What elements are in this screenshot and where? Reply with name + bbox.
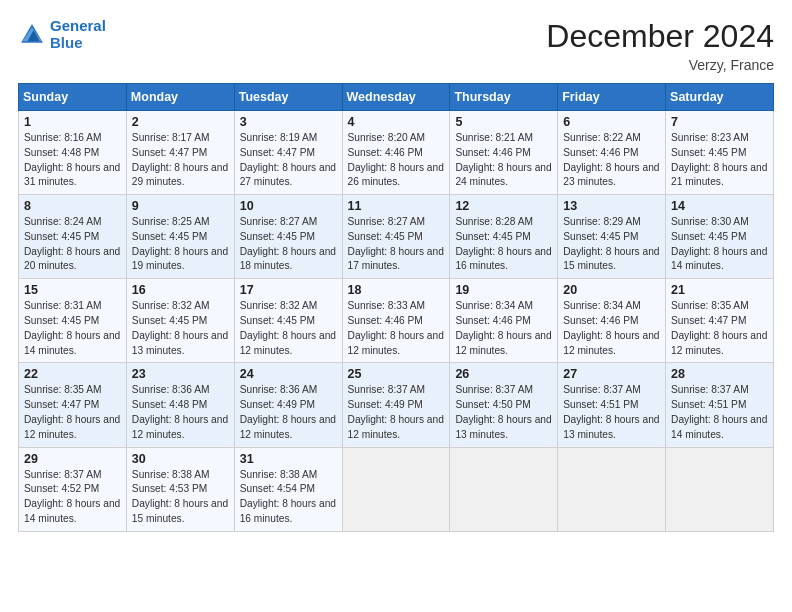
day-cell: 3Sunrise: 8:19 AMSunset: 4:47 PMDaylight… (234, 111, 342, 195)
day-number: 5 (455, 115, 552, 129)
day-number: 18 (348, 283, 445, 297)
header-cell-tuesday: Tuesday (234, 84, 342, 111)
week-row-3: 15Sunrise: 8:31 AMSunset: 4:45 PMDayligh… (19, 279, 774, 363)
day-info: Sunrise: 8:35 AMSunset: 4:47 PMDaylight:… (24, 383, 121, 442)
week-row-4: 22Sunrise: 8:35 AMSunset: 4:47 PMDayligh… (19, 363, 774, 447)
day-info: Sunrise: 8:28 AMSunset: 4:45 PMDaylight:… (455, 215, 552, 274)
day-cell: 14Sunrise: 8:30 AMSunset: 4:45 PMDayligh… (666, 195, 774, 279)
day-info: Sunrise: 8:38 AMSunset: 4:54 PMDaylight:… (240, 468, 337, 527)
header-cell-sunday: Sunday (19, 84, 127, 111)
day-info: Sunrise: 8:25 AMSunset: 4:45 PMDaylight:… (132, 215, 229, 274)
week-row-1: 1Sunrise: 8:16 AMSunset: 4:48 PMDaylight… (19, 111, 774, 195)
day-cell: 18Sunrise: 8:33 AMSunset: 4:46 PMDayligh… (342, 279, 450, 363)
day-cell: 4Sunrise: 8:20 AMSunset: 4:46 PMDaylight… (342, 111, 450, 195)
day-info: Sunrise: 8:17 AMSunset: 4:47 PMDaylight:… (132, 131, 229, 190)
day-number: 17 (240, 283, 337, 297)
day-info: Sunrise: 8:32 AMSunset: 4:45 PMDaylight:… (132, 299, 229, 358)
day-cell: 26Sunrise: 8:37 AMSunset: 4:50 PMDayligh… (450, 363, 558, 447)
logo-text: General Blue (50, 18, 106, 51)
day-cell: 19Sunrise: 8:34 AMSunset: 4:46 PMDayligh… (450, 279, 558, 363)
header-cell-wednesday: Wednesday (342, 84, 450, 111)
day-cell: 24Sunrise: 8:36 AMSunset: 4:49 PMDayligh… (234, 363, 342, 447)
day-cell: 13Sunrise: 8:29 AMSunset: 4:45 PMDayligh… (558, 195, 666, 279)
day-cell: 8Sunrise: 8:24 AMSunset: 4:45 PMDaylight… (19, 195, 127, 279)
week-row-2: 8Sunrise: 8:24 AMSunset: 4:45 PMDaylight… (19, 195, 774, 279)
day-number: 19 (455, 283, 552, 297)
day-cell (558, 447, 666, 531)
day-number: 23 (132, 367, 229, 381)
day-cell: 20Sunrise: 8:34 AMSunset: 4:46 PMDayligh… (558, 279, 666, 363)
calendar-table: SundayMondayTuesdayWednesdayThursdayFrid… (18, 83, 774, 532)
day-cell: 27Sunrise: 8:37 AMSunset: 4:51 PMDayligh… (558, 363, 666, 447)
day-number: 1 (24, 115, 121, 129)
header-cell-monday: Monday (126, 84, 234, 111)
day-number: 30 (132, 452, 229, 466)
day-info: Sunrise: 8:37 AMSunset: 4:51 PMDaylight:… (671, 383, 768, 442)
day-info: Sunrise: 8:21 AMSunset: 4:46 PMDaylight:… (455, 131, 552, 190)
day-number: 12 (455, 199, 552, 213)
day-number: 20 (563, 283, 660, 297)
title-block: December 2024 Verzy, France (546, 18, 774, 73)
day-info: Sunrise: 8:38 AMSunset: 4:53 PMDaylight:… (132, 468, 229, 527)
day-number: 10 (240, 199, 337, 213)
day-number: 4 (348, 115, 445, 129)
day-cell: 11Sunrise: 8:27 AMSunset: 4:45 PMDayligh… (342, 195, 450, 279)
day-cell: 29Sunrise: 8:37 AMSunset: 4:52 PMDayligh… (19, 447, 127, 531)
day-number: 28 (671, 367, 768, 381)
day-cell (450, 447, 558, 531)
day-number: 29 (24, 452, 121, 466)
day-cell: 31Sunrise: 8:38 AMSunset: 4:54 PMDayligh… (234, 447, 342, 531)
day-info: Sunrise: 8:31 AMSunset: 4:45 PMDaylight:… (24, 299, 121, 358)
day-number: 25 (348, 367, 445, 381)
day-number: 26 (455, 367, 552, 381)
logo-blue: Blue (50, 34, 83, 51)
day-cell: 17Sunrise: 8:32 AMSunset: 4:45 PMDayligh… (234, 279, 342, 363)
logo: General Blue (18, 18, 106, 51)
day-number: 24 (240, 367, 337, 381)
day-number: 16 (132, 283, 229, 297)
day-number: 31 (240, 452, 337, 466)
day-cell: 5Sunrise: 8:21 AMSunset: 4:46 PMDaylight… (450, 111, 558, 195)
day-number: 15 (24, 283, 121, 297)
day-number: 27 (563, 367, 660, 381)
header-cell-thursday: Thursday (450, 84, 558, 111)
day-info: Sunrise: 8:23 AMSunset: 4:45 PMDaylight:… (671, 131, 768, 190)
day-cell: 16Sunrise: 8:32 AMSunset: 4:45 PMDayligh… (126, 279, 234, 363)
day-info: Sunrise: 8:34 AMSunset: 4:46 PMDaylight:… (563, 299, 660, 358)
day-number: 13 (563, 199, 660, 213)
day-info: Sunrise: 8:27 AMSunset: 4:45 PMDaylight:… (348, 215, 445, 274)
day-cell: 2Sunrise: 8:17 AMSunset: 4:47 PMDaylight… (126, 111, 234, 195)
header-cell-saturday: Saturday (666, 84, 774, 111)
day-cell: 25Sunrise: 8:37 AMSunset: 4:49 PMDayligh… (342, 363, 450, 447)
page: General Blue December 2024 Verzy, France… (0, 0, 792, 612)
day-cell: 1Sunrise: 8:16 AMSunset: 4:48 PMDaylight… (19, 111, 127, 195)
day-number: 3 (240, 115, 337, 129)
day-cell: 22Sunrise: 8:35 AMSunset: 4:47 PMDayligh… (19, 363, 127, 447)
location: Verzy, France (546, 57, 774, 73)
day-cell: 21Sunrise: 8:35 AMSunset: 4:47 PMDayligh… (666, 279, 774, 363)
day-number: 14 (671, 199, 768, 213)
day-cell: 7Sunrise: 8:23 AMSunset: 4:45 PMDaylight… (666, 111, 774, 195)
day-cell: 15Sunrise: 8:31 AMSunset: 4:45 PMDayligh… (19, 279, 127, 363)
day-cell (342, 447, 450, 531)
day-info: Sunrise: 8:24 AMSunset: 4:45 PMDaylight:… (24, 215, 121, 274)
day-number: 6 (563, 115, 660, 129)
logo-general: General (50, 17, 106, 34)
day-info: Sunrise: 8:16 AMSunset: 4:48 PMDaylight:… (24, 131, 121, 190)
day-info: Sunrise: 8:30 AMSunset: 4:45 PMDaylight:… (671, 215, 768, 274)
day-info: Sunrise: 8:34 AMSunset: 4:46 PMDaylight:… (455, 299, 552, 358)
day-number: 2 (132, 115, 229, 129)
day-cell: 30Sunrise: 8:38 AMSunset: 4:53 PMDayligh… (126, 447, 234, 531)
day-number: 7 (671, 115, 768, 129)
day-info: Sunrise: 8:35 AMSunset: 4:47 PMDaylight:… (671, 299, 768, 358)
calendar-header-row: SundayMondayTuesdayWednesdayThursdayFrid… (19, 84, 774, 111)
day-cell: 23Sunrise: 8:36 AMSunset: 4:48 PMDayligh… (126, 363, 234, 447)
day-info: Sunrise: 8:37 AMSunset: 4:50 PMDaylight:… (455, 383, 552, 442)
day-number: 11 (348, 199, 445, 213)
month-title: December 2024 (546, 18, 774, 55)
day-cell (666, 447, 774, 531)
day-info: Sunrise: 8:20 AMSunset: 4:46 PMDaylight:… (348, 131, 445, 190)
day-info: Sunrise: 8:36 AMSunset: 4:49 PMDaylight:… (240, 383, 337, 442)
day-number: 21 (671, 283, 768, 297)
day-cell: 6Sunrise: 8:22 AMSunset: 4:46 PMDaylight… (558, 111, 666, 195)
